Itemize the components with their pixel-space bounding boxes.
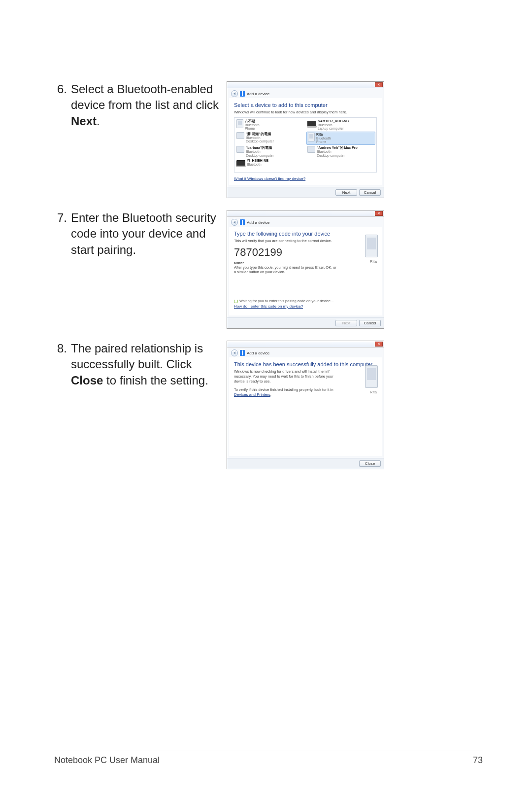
step-7-text: 7. Enter the Bluetooth security code int… [54, 210, 222, 258]
step-number: 8. [54, 341, 71, 388]
phone-icon [236, 119, 243, 128]
note-text: After you type this code, you might need… [234, 265, 337, 274]
close-icon[interactable]: ✕ [375, 211, 383, 216]
page-number: 73 [473, 755, 483, 766]
dialog-body: This device has been successfully added … [229, 357, 382, 456]
dialog-footer: Next Cancel [227, 317, 384, 328]
step-8: 8. The paired relationship is successful… [54, 341, 483, 469]
step-8-bold: Close [71, 374, 103, 387]
success-text-2: To verify if this device finished instal… [234, 387, 337, 397]
device-info: YI_HSIEH-NBBluetooth [247, 159, 268, 166]
step-8-text-a: The paired relationship is successfully … [71, 342, 203, 371]
crumb-text: Add a device [247, 220, 269, 225]
device-item[interactable]: "Andrew Yeh"的 Mac ProBluetoothDesktop co… [306, 145, 375, 158]
step-6-text-b: . [97, 114, 100, 128]
dialog-title: Type the following code into your device [234, 231, 377, 237]
dialog-breadcrumb: Add a device [227, 88, 384, 98]
desk-icon [236, 146, 244, 153]
success-text-1: Windows is now checking for drivers and … [234, 369, 337, 384]
device-info: 八不起BluetoothPhone [245, 119, 260, 131]
help-link[interactable]: What if Windows doesn't find my device? [234, 176, 305, 181]
page-footer: Notebook PC User Manual 73 [54, 751, 483, 766]
step-number: 7. [54, 210, 71, 258]
dialog-breadcrumb: Add a device [227, 348, 384, 357]
laptop-icon [307, 121, 316, 127]
step-8-text: 8. The paired relationship is successful… [54, 341, 222, 388]
cancel-button[interactable]: Cancel [359, 320, 381, 326]
footer-title: Notebook PC User Manual [54, 755, 160, 766]
bluetooth-icon [240, 91, 245, 97]
step-body: The paired relationship is successfully … [71, 341, 222, 388]
add-device-dialog-1: ✕ Add a device Select a device to add to… [227, 81, 384, 198]
cancel-button[interactable]: Cancel [359, 189, 381, 196]
add-device-dialog-3: ✕ Add a device This device has been succ… [227, 341, 384, 469]
crumb-text: Add a device [247, 351, 269, 355]
device-item[interactable]: "蘇 明湘"的電腦BluetoothDesktop computer [235, 132, 304, 145]
note-label: Note: [234, 261, 377, 265]
step-6: 6. Select a Bluetooth-enabled device fro… [54, 81, 483, 198]
desk-icon [236, 132, 244, 139]
back-icon[interactable] [231, 219, 238, 226]
device-info: RitaBluetoothPhone [316, 133, 331, 144]
dialog-titlebar: ✕ [227, 341, 384, 348]
waiting-line: Waiting for you to enter this pairing co… [234, 299, 377, 303]
dialog-title: Select a device to add to this computer [234, 102, 377, 108]
step-6-bold: Next [71, 114, 97, 128]
dialog-breadcrumb: Add a device [227, 217, 384, 227]
device-item[interactable]: RitaBluetoothPhone [306, 132, 375, 145]
add-device-dialog-2: ✕ Add a device Type the following code i… [227, 210, 384, 329]
next-button[interactable]: Next [335, 189, 357, 196]
phone-icon [365, 235, 378, 257]
bluetooth-icon [240, 219, 245, 225]
dialog-body: Select a device to add to this computer … [229, 98, 382, 185]
pairing-code: 78702199 [234, 246, 377, 259]
crumb-text: Add a device [247, 92, 269, 96]
dialog-titlebar: ✕ [227, 210, 384, 217]
close-icon[interactable]: ✕ [375, 82, 383, 87]
bluetooth-icon [240, 350, 245, 356]
step-6-text: 6. Select a Bluetooth-enabled device fro… [54, 81, 222, 129]
spinner-icon [234, 299, 238, 303]
device-info: "蘇 明湘"的電腦BluetoothDesktop computer [246, 132, 274, 143]
close-button[interactable]: Close [359, 460, 381, 467]
dialog-title: This device has been successfully added … [234, 361, 377, 367]
back-icon[interactable] [231, 349, 238, 356]
dialog-footer: Close [227, 458, 384, 469]
verify-text: To verify if this device finished instal… [234, 387, 333, 392]
dialog-titlebar: ✕ [227, 82, 384, 88]
help-link[interactable]: How do I enter this code on my device? [234, 304, 303, 309]
phone-icon [308, 133, 315, 141]
step-body: Select a Bluetooth-enabled device from t… [71, 81, 222, 129]
device-item[interactable]: "barbara"的電腦BluetoothDesktop computer [235, 145, 304, 158]
step-7: 7. Enter the Bluetooth security code int… [54, 210, 483, 329]
laptop-icon [236, 160, 245, 166]
step-body: Enter the Bluetooth security code into y… [71, 210, 222, 258]
back-icon[interactable] [231, 90, 238, 97]
next-button: Next [335, 320, 357, 326]
dialog-hint: Windows will continue to look for new de… [234, 110, 377, 114]
phone-icon [365, 365, 378, 388]
device-item[interactable]: YI_HSIEH-NBBluetooth [235, 158, 304, 167]
devices-printers-link[interactable]: Devices and Printers [234, 392, 270, 397]
step-number: 6. [54, 81, 71, 129]
device-list[interactable]: 八不起BluetoothPhoneSAM1017_KUO-NBBluetooth… [234, 117, 377, 173]
waiting-text: Waiting for you to enter this pairing co… [239, 299, 333, 303]
desk-icon [307, 146, 315, 153]
device-item[interactable]: 八不起BluetoothPhone [235, 119, 304, 131]
device-info: SAM1017_KUO-NBBluetoothLaptop computer [318, 119, 349, 131]
dialog-footer: Next Cancel [227, 187, 384, 198]
step-8-text-b: to finish the setting. [103, 374, 208, 387]
dialog-body: Type the following code into your device… [229, 227, 382, 315]
close-icon[interactable]: ✕ [375, 342, 383, 347]
device-info: "Andrew Yeh"的 Mac ProBluetoothDesktop co… [317, 146, 358, 157]
step-6-text-a: Select a Bluetooth-enabled device from t… [71, 82, 219, 111]
dialog-hint: This will verify that you are connecting… [234, 239, 377, 243]
phone-label: Rita [370, 390, 377, 394]
device-info: "barbara"的電腦BluetoothDesktop computer [246, 146, 274, 157]
phone-label: Rita [370, 259, 377, 264]
device-item[interactable]: SAM1017_KUO-NBBluetoothLaptop computer [306, 119, 375, 131]
